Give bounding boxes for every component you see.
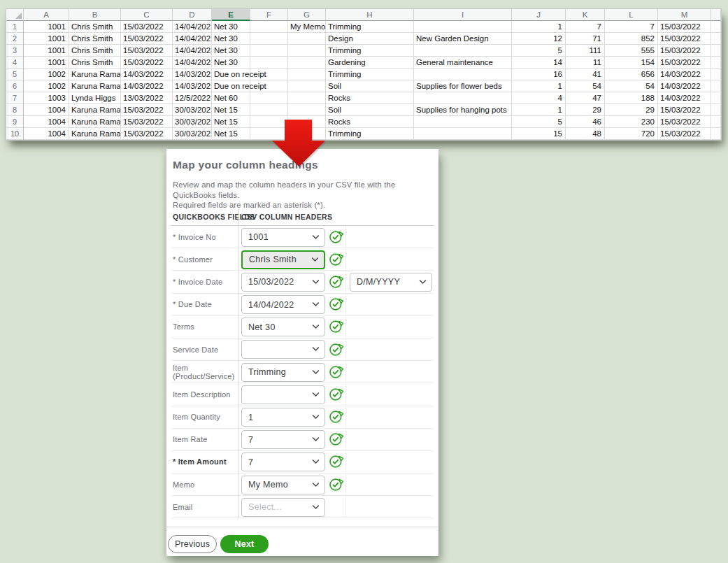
cell-K8[interactable]: 29 — [566, 104, 605, 116]
cell-I5[interactable] — [414, 69, 512, 80]
cell-H8[interactable]: Soil — [326, 104, 414, 116]
cell-M6[interactable]: 14/03/2022 — [658, 80, 711, 92]
cell-H2[interactable]: Design — [326, 33, 414, 45]
cell-H1[interactable]: Trimming — [326, 21, 414, 33]
col-header-G[interactable]: G — [288, 9, 326, 21]
cell-G5[interactable] — [288, 69, 326, 80]
row-header-3[interactable]: 3 — [6, 45, 24, 57]
cell-A6[interactable]: 1002 — [24, 80, 69, 92]
cell-G2[interactable] — [288, 33, 326, 45]
cell-D8[interactable]: 30/03/2022 — [173, 104, 212, 116]
cell-C1[interactable]: 15/03/2022 — [121, 21, 173, 33]
col-header-J[interactable]: J — [512, 9, 566, 21]
cell-K6[interactable]: 54 — [566, 80, 605, 92]
cell-F3[interactable] — [250, 45, 288, 57]
cell-D3[interactable]: 14/04/2022 — [173, 45, 212, 57]
cell-K3[interactable]: 111 — [566, 45, 605, 57]
cell-I7[interactable] — [414, 92, 512, 104]
cell-H9[interactable]: Rocks — [326, 116, 414, 128]
invoice-date-select[interactable]: 15/03/2022 — [241, 273, 325, 292]
col-header-K[interactable]: K — [566, 9, 605, 21]
cell-I9[interactable] — [414, 116, 512, 128]
col-header-A[interactable]: A — [24, 9, 69, 21]
cell-C2[interactable]: 15/03/2022 — [121, 33, 173, 45]
cell-G3[interactable] — [288, 45, 326, 57]
cell-A7[interactable]: 1003 — [24, 92, 69, 104]
cell-K10[interactable]: 48 — [566, 128, 605, 140]
cell-M7[interactable]: 14/03/2022 — [658, 92, 711, 104]
col-header-D[interactable]: D — [173, 9, 212, 21]
cell-J1[interactable]: 1 — [512, 21, 566, 33]
cell-K7[interactable]: 47 — [566, 92, 605, 104]
cell-C9[interactable]: 15/03/2022 — [121, 116, 173, 128]
row-header-1[interactable]: 1 — [6, 21, 24, 33]
cell-A2[interactable]: 1001 — [24, 33, 69, 45]
cell-I10[interactable] — [414, 128, 512, 140]
email-select[interactable]: Select... — [241, 498, 325, 517]
cell-J9[interactable]: 5 — [512, 116, 566, 128]
item-quantity-select[interactable]: 1 — [241, 408, 325, 427]
cell-E1[interactable]: Net 30 — [212, 21, 250, 33]
item-rate-select[interactable]: 7 — [241, 430, 325, 449]
cell-M3[interactable]: 15/03/2022 — [658, 45, 711, 57]
row-header-8[interactable]: 8 — [6, 104, 24, 116]
cell-D6[interactable]: 14/03/2022 — [173, 80, 212, 92]
date-format-select[interactable]: D/M/YYYY — [350, 273, 432, 292]
cell-K2[interactable]: 71 — [566, 33, 605, 45]
cell-E5[interactable]: Due on receipt — [212, 69, 250, 80]
cell-C4[interactable]: 15/03/2022 — [121, 57, 173, 69]
cell-E6[interactable]: Due on receipt — [212, 80, 250, 92]
cell-B9[interactable]: Karuna Ramac — [69, 116, 121, 128]
cell-L4[interactable]: 154 — [605, 57, 658, 69]
cell-D4[interactable]: 14/04/2022 — [173, 57, 212, 69]
cell-C6[interactable]: 14/03/2022 — [121, 80, 173, 92]
select-all-corner[interactable] — [6, 9, 24, 21]
col-header-F[interactable]: F — [250, 9, 288, 21]
memo-select[interactable]: My Memo — [241, 476, 325, 494]
cell-C5[interactable]: 14/03/2022 — [121, 69, 173, 80]
cell-I6[interactable]: Supplies for flower beds — [414, 80, 512, 92]
cell-C8[interactable]: 15/03/2022 — [121, 104, 173, 116]
cell-L2[interactable]: 852 — [605, 33, 658, 45]
cell-H5[interactable]: Trimming — [326, 69, 414, 80]
cell-D9[interactable]: 30/03/2022 — [173, 116, 212, 128]
cell-J8[interactable]: 1 — [512, 104, 566, 116]
cell-H10[interactable]: Trimming — [326, 128, 414, 140]
cell-E2[interactable]: Net 30 — [212, 33, 250, 45]
cell-H3[interactable]: Trimming — [326, 45, 414, 57]
cell-B10[interactable]: Karuna Ramac — [69, 128, 121, 140]
row-header-4[interactable]: 4 — [6, 57, 24, 69]
cell-B1[interactable]: Chris Smith — [69, 21, 121, 33]
cell-L8[interactable]: 29 — [605, 104, 658, 116]
item-amount-select[interactable]: 7 — [241, 452, 325, 471]
service-date-select[interactable] — [241, 340, 325, 359]
cell-G4[interactable] — [288, 57, 326, 69]
previous-button[interactable]: Previous — [168, 535, 217, 553]
cell-C10[interactable]: 15/03/2022 — [121, 128, 173, 140]
row-header-2[interactable]: 2 — [6, 33, 24, 45]
item-product-service-select[interactable]: Trimming — [241, 363, 325, 382]
cell-A3[interactable]: 1001 — [24, 45, 69, 57]
cell-E9[interactable]: Net 15 — [212, 116, 250, 128]
cell-A4[interactable]: 1001 — [24, 57, 69, 69]
cell-B6[interactable]: Karuna Ramac — [69, 80, 121, 92]
cell-E10[interactable]: Net 15 — [212, 128, 250, 140]
cell-L7[interactable]: 188 — [605, 92, 658, 104]
cell-L3[interactable]: 555 — [605, 45, 658, 57]
col-header-H[interactable]: H — [326, 9, 414, 21]
cell-B2[interactable]: Chris Smith — [69, 33, 121, 45]
cell-C3[interactable]: 15/03/2022 — [121, 45, 173, 57]
cell-M4[interactable]: 15/03/2022 — [658, 57, 711, 69]
cell-J2[interactable]: 12 — [512, 33, 566, 45]
cell-L10[interactable]: 720 — [605, 128, 658, 140]
cell-J4[interactable]: 14 — [512, 57, 566, 69]
cell-F7[interactable] — [250, 92, 288, 104]
next-button[interactable]: Next — [220, 535, 269, 553]
cell-I8[interactable]: Supplies for hanging pots — [414, 104, 512, 116]
cell-I3[interactable] — [414, 45, 512, 57]
cell-E7[interactable]: Net 60 — [212, 92, 250, 104]
col-header-L[interactable]: L — [605, 9, 658, 21]
col-header-E[interactable]: E — [212, 9, 250, 21]
cell-F4[interactable] — [250, 57, 288, 69]
cell-G1[interactable]: My Memo — [288, 21, 326, 33]
